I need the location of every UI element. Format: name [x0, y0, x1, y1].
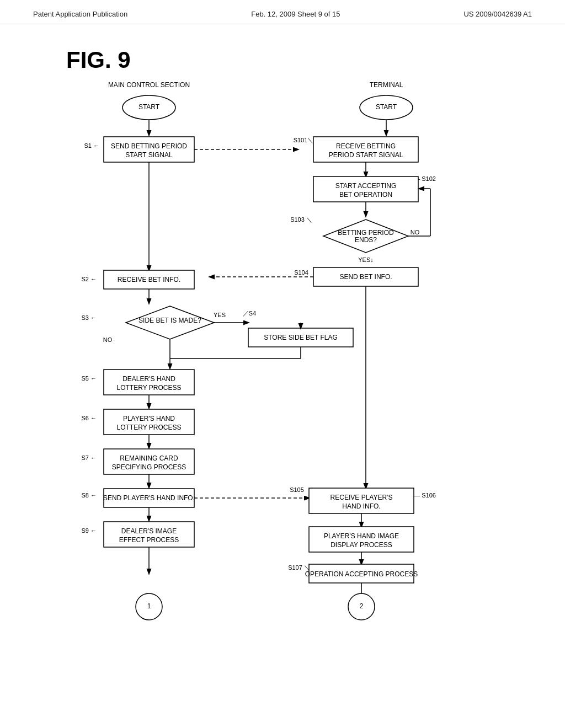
hand-info: HAND INFO.: [342, 502, 380, 510]
header-left: Patent Application Publication: [33, 10, 127, 18]
store-side-bet-flag: STORE SIDE BET FLAG: [264, 334, 338, 341]
s3-label: S3 ←: [81, 314, 97, 321]
no2-label: NO: [103, 336, 113, 343]
s104-label: S104: [294, 269, 308, 276]
s1-label: S1 ←: [84, 142, 99, 149]
display-process: DISPLAY PROCESS: [331, 541, 392, 549]
players-hand: PLAYER'S HAND: [123, 415, 175, 422]
s103-label: S103 ＼: [290, 216, 312, 223]
specifying-process: SPECIFYING PROCESS: [112, 463, 186, 471]
s6-label: S6 ←: [81, 415, 97, 421]
right-section-title: TERMINAL: [370, 81, 403, 89]
operation-accepting: OPERATION ACCEPTING PROCESS: [305, 570, 418, 578]
betting-period-ends: BETTING PERIOD: [338, 229, 394, 237]
yes2-label: YES: [214, 312, 226, 318]
ends-question: ENDS?: [355, 236, 377, 244]
s106-label: — S106: [414, 492, 436, 499]
lottery-process-2: LOTTERY PROCESS: [117, 424, 182, 431]
header-right: US 2009/0042639 A1: [463, 10, 532, 18]
s2-label: S2 ←: [81, 276, 97, 282]
send-players-hand: SEND PLAYER'S HAND INFO.: [103, 494, 195, 502]
s8-label: S8 ←: [81, 492, 97, 499]
diagram-container: MAIN CONTROL SECTION TERMINAL START STAR…: [33, 77, 530, 717]
side-bet-diamond: SIDE BET IS MADE?: [138, 317, 201, 324]
send-bet-info: SEND BET INFO.: [339, 273, 392, 281]
receive-bet-info: RECEIVE BET INFO.: [118, 276, 180, 283]
header-middle: Feb. 12, 2009 Sheet 9 of 15: [251, 10, 340, 18]
figure-title: FIG. 9: [66, 47, 131, 73]
period-start-signal: PERIOD START SIGNAL: [329, 151, 403, 159]
s9-label: S9 ←: [81, 527, 97, 534]
bet-operation: BET OPERATION: [339, 191, 392, 199]
s7-label: S7 ←: [81, 454, 97, 461]
s101-label: S101＼: [294, 137, 314, 143]
lottery-process-1: LOTTERY PROCESS: [117, 384, 182, 392]
s105-label: S105: [290, 486, 304, 493]
circle-2: 2: [360, 602, 364, 610]
start-main: START: [138, 103, 160, 111]
players-hand-image: PLAYER'S HAND IMAGE: [324, 532, 399, 540]
s5-label: S5 ←: [81, 375, 97, 382]
start-signal: START SIGNAL: [125, 151, 173, 159]
receive-players-hand: RECEIVE PLAYER'S: [331, 494, 393, 501]
s4-label: ／S4: [243, 310, 256, 317]
no-label: NO: [411, 229, 420, 235]
left-section-title: MAIN CONTROL SECTION: [108, 81, 190, 89]
dealers-image: DEALER'S IMAGE: [121, 527, 177, 535]
send-betting-period: SEND BETTING PERIOD: [111, 142, 187, 150]
start-terminal: START: [376, 103, 397, 111]
remaining-card: REMAINING CARD: [120, 454, 178, 462]
yes-label: YES↓: [358, 256, 374, 263]
start-accepting: START ACCEPTING: [335, 182, 397, 190]
receive-betting: RECEIVE BETTING: [336, 142, 396, 150]
effect-process: EFFECT PROCESS: [119, 536, 179, 544]
dealers-hand: DEALER'S HAND: [122, 375, 175, 383]
page-header: Patent Application Publication Feb. 12, …: [0, 0, 565, 24]
circle-1: 1: [147, 602, 151, 610]
